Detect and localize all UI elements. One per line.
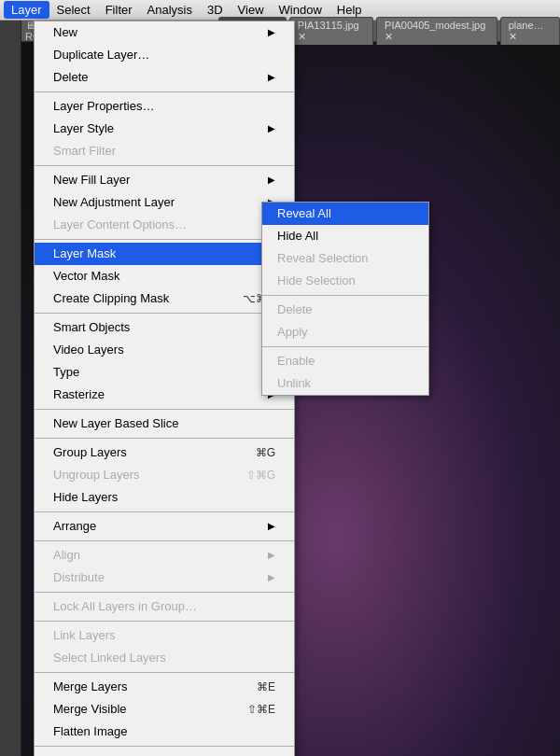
submenu-item-delete: Delete xyxy=(262,299,428,321)
menu-item-lock-all: Lock All Layers in Group… xyxy=(35,595,294,618)
ps-toolbar xyxy=(0,21,21,756)
menu-item-merge-visible-label: Merge Visible xyxy=(53,701,229,718)
submenu-item-reveal-all[interactable]: Reveal All xyxy=(262,203,428,225)
menu-item-link-layers-label: Link Layers xyxy=(53,627,275,644)
menu-item-merge-layers-shortcut: ⌘E xyxy=(257,679,275,695)
separator-6 xyxy=(35,438,294,439)
menu-item-align: Align ▶ xyxy=(35,544,294,567)
submenu-separator-1 xyxy=(262,295,428,296)
menubar-item-filter[interactable]: Filter xyxy=(98,1,140,19)
menubar-item-analysis[interactable]: Analysis xyxy=(140,1,200,19)
menu-item-smart-filter: Smart Filter xyxy=(35,140,294,162)
menu-item-align-label: Align xyxy=(53,547,264,564)
menu-item-rasterize[interactable]: Rasterize ▶ xyxy=(35,384,294,406)
menu-item-group-layers-label: Group Layers xyxy=(53,444,237,461)
menubar-item-layer[interactable]: Layer xyxy=(4,1,49,19)
menu-item-align-arrow: ▶ xyxy=(268,547,275,564)
menu-item-duplicate[interactable]: Duplicate Layer… xyxy=(35,44,294,66)
menu-item-lock-all-label: Lock All Layers in Group… xyxy=(53,598,275,615)
menu-item-rasterize-label: Rasterize xyxy=(53,386,264,403)
menu-item-ungroup-layers-label: Ungroup Layers xyxy=(53,467,228,483)
menu-item-smart-filter-label: Smart Filter xyxy=(53,143,275,160)
menubar-item-select[interactable]: Select xyxy=(49,1,98,19)
menu-item-hide-layers-label: Hide Layers xyxy=(53,489,275,506)
submenu-item-reveal-selection-label: Reveal Selection xyxy=(277,250,369,267)
menu-item-new-layer-slice[interactable]: New Layer Based Slice xyxy=(35,413,294,435)
menu-item-fill-layer-arrow: ▶ xyxy=(268,172,275,189)
menu-item-video-layers-label: Video Layers xyxy=(53,342,264,358)
separator-7 xyxy=(35,511,294,512)
menu-item-new-label: New xyxy=(53,24,264,41)
submenu-item-hide-selection: Hide Selection xyxy=(262,270,428,292)
menu-item-type-label: Type xyxy=(53,364,264,381)
menu-item-content-options: Layer Content Options… xyxy=(35,214,294,236)
menu-item-merge-layers-label: Merge Layers xyxy=(53,679,238,695)
separator-2 xyxy=(35,165,294,166)
menu-item-group-layers-shortcut: ⌘G xyxy=(256,444,275,461)
menu-item-adjustment-layer-label: New Adjustment Layer xyxy=(53,194,264,211)
submenu-separator-2 xyxy=(262,346,428,347)
menu-item-video-layers[interactable]: Video Layers ▶ xyxy=(35,339,294,361)
menu-item-layer-mask-label: Layer Mask xyxy=(53,245,264,262)
submenu-item-reveal-all-label: Reveal All xyxy=(277,205,331,222)
menu-item-select-linked-label: Select Linked Layers xyxy=(53,650,275,666)
menu-item-adjustment-layer[interactable]: New Adjustment Layer ▶ xyxy=(35,191,294,214)
ps-tab-pia00405[interactable]: PIA00405_modest.jpg ✕ xyxy=(376,17,497,45)
menu-item-distribute: Distribute ▶ xyxy=(35,567,294,589)
menu-item-new[interactable]: New ▶ xyxy=(35,21,294,44)
menu-item-type[interactable]: Type ▶ xyxy=(35,361,294,384)
separator-1 xyxy=(35,91,294,92)
separator-9 xyxy=(35,592,294,593)
menu-item-merge-visible[interactable]: Merge Visible ⇧⌘E xyxy=(35,698,294,721)
menu-item-content-options-label: Layer Content Options… xyxy=(53,217,275,233)
separator-12 xyxy=(35,746,294,747)
submenu-item-hide-all-label: Hide All xyxy=(277,228,318,245)
menu-item-layer-props-label: Layer Properties… xyxy=(53,98,275,115)
separator-10 xyxy=(35,621,294,622)
submenu-item-delete-label: Delete xyxy=(277,301,313,318)
layer-menu[interactable]: New ▶ Duplicate Layer… Delete ▶ Layer Pr… xyxy=(34,21,295,756)
menu-item-vector-mask[interactable]: Vector Mask ▶ xyxy=(35,265,294,287)
menu-item-clipping-mask-label: Create Clipping Mask xyxy=(53,290,224,307)
submenu-item-hide-all[interactable]: Hide All xyxy=(262,225,428,247)
ps-tab-plane[interactable]: plane… ✕ xyxy=(500,17,560,45)
menu-item-arrange[interactable]: Arrange ▶ xyxy=(35,515,294,538)
menu-item-merge-visible-shortcut: ⇧⌘E xyxy=(247,701,275,718)
separator-3 xyxy=(35,239,294,240)
menu-item-layer-style[interactable]: Layer Style ▶ xyxy=(35,118,294,140)
menu-item-layer-style-label: Layer Style xyxy=(53,120,264,137)
submenu-item-unlink: Unlink xyxy=(262,372,428,395)
menu-item-layer-props[interactable]: Layer Properties… xyxy=(35,95,294,118)
menu-item-ungroup-layers-shortcut: ⇧⌘G xyxy=(246,467,275,483)
separator-5 xyxy=(35,409,294,410)
menu-item-delete-arrow: ▶ xyxy=(268,69,275,86)
menu-item-hide-layers[interactable]: Hide Layers xyxy=(35,486,294,509)
menu-item-matting[interactable]: Matting ▶ xyxy=(35,749,294,756)
menu-item-flatten[interactable]: Flatten Image xyxy=(35,721,294,743)
menu-item-layer-mask[interactable]: Layer Mask ▶ xyxy=(35,243,294,265)
menu-item-ungroup-layers: Ungroup Layers ⇧⌘G xyxy=(35,464,294,486)
submenu-item-enable: Enable xyxy=(262,350,428,372)
menu-item-fill-layer[interactable]: New Fill Layer ▶ xyxy=(35,169,294,191)
menu-item-duplicate-label: Duplicate Layer… xyxy=(53,47,275,63)
menu-item-distribute-arrow: ▶ xyxy=(268,569,275,586)
menu-item-delete[interactable]: Delete ▶ xyxy=(35,66,294,89)
menu-item-matting-label: Matting xyxy=(53,752,264,756)
submenu-item-reveal-selection: Reveal Selection xyxy=(262,247,428,270)
menu-item-delete-label: Delete xyxy=(53,69,264,86)
menu-item-merge-layers[interactable]: Merge Layers ⌘E xyxy=(35,676,294,698)
ps-tab-pia13115[interactable]: PIA13115.jpg ✕ xyxy=(289,17,373,45)
menu-item-smart-objects[interactable]: Smart Objects ▶ xyxy=(35,316,294,339)
menu-item-link-layers: Link Layers xyxy=(35,624,294,647)
submenu-item-hide-selection-label: Hide Selection xyxy=(277,273,356,289)
menu-item-clipping-mask[interactable]: Create Clipping Mask ⌥⌘G xyxy=(35,287,294,310)
menu-item-smart-objects-label: Smart Objects xyxy=(53,319,264,336)
layer-mask-submenu[interactable]: Reveal All Hide All Reveal Selection Hid… xyxy=(261,202,429,396)
menu-item-group-layers[interactable]: Group Layers ⌘G xyxy=(35,441,294,464)
submenu-item-unlink-label: Unlink xyxy=(277,375,311,392)
submenu-item-apply-label: Apply xyxy=(277,324,308,341)
submenu-item-apply: Apply xyxy=(262,321,428,343)
submenu-item-enable-label: Enable xyxy=(277,353,315,370)
menu-item-distribute-label: Distribute xyxy=(53,569,264,586)
menu-item-arrange-label: Arrange xyxy=(53,518,264,535)
